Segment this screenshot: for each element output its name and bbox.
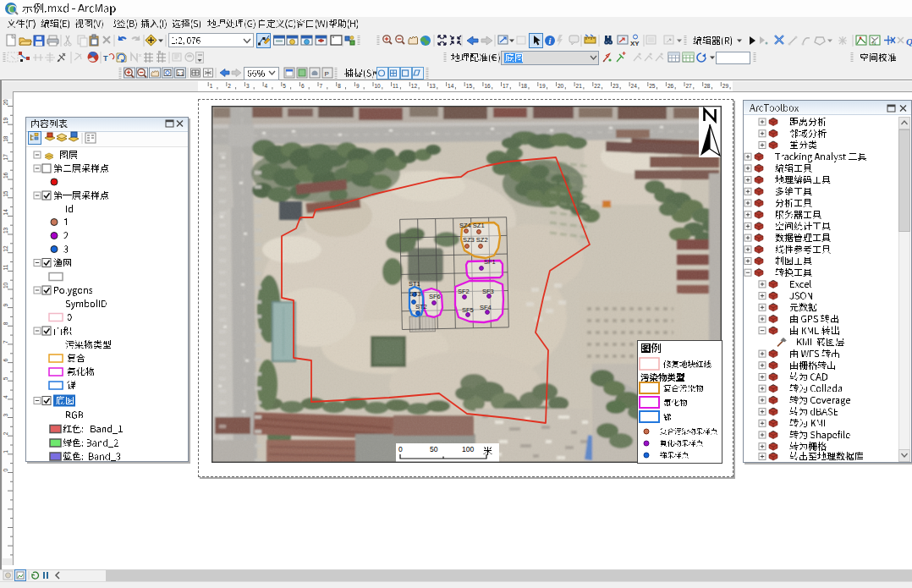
svg-text:15: 15 — [466, 83, 473, 89]
svg-text:17: 17 — [503, 83, 509, 89]
svg-text:19: 19 — [539, 83, 546, 89]
svg-text:23: 23 — [613, 83, 619, 89]
svg-text:6: 6 — [301, 83, 305, 89]
svg-text:26: 26 — [668, 83, 674, 89]
svg-text:N: N — [872, 41, 876, 46]
svg-text:12: 12 — [3, 245, 8, 252]
svg-text:Q: Q — [906, 36, 912, 47]
svg-text:15: 15 — [3, 190, 8, 197]
svg-text:5: 5 — [283, 83, 286, 89]
svg-text:22: 22 — [594, 83, 601, 89]
svg-text:3: 3 — [3, 414, 8, 417]
svg-text:7: 7 — [320, 83, 323, 89]
svg-text:2: 2 — [228, 83, 231, 89]
svg-text:8: 8 — [338, 83, 341, 89]
svg-text:9: 9 — [3, 304, 8, 307]
svg-text:T: T — [103, 54, 108, 63]
svg-text:4: 4 — [3, 395, 8, 398]
svg-text:14: 14 — [448, 83, 454, 89]
svg-text:19: 19 — [3, 118, 8, 124]
svg-text:14: 14 — [3, 209, 8, 216]
svg-text:21: 21 — [576, 83, 583, 89]
svg-text:16: 16 — [3, 172, 8, 179]
svg-text:18: 18 — [521, 83, 528, 89]
svg-text:17: 17 — [3, 154, 8, 161]
svg-text:P: P — [325, 70, 329, 78]
svg-text:2: 2 — [3, 431, 8, 435]
svg-text:29: 29 — [722, 83, 729, 89]
svg-text:6: 6 — [3, 359, 8, 362]
svg-text:27: 27 — [686, 83, 693, 89]
svg-text:24: 24 — [631, 83, 638, 89]
svg-text:5: 5 — [3, 376, 8, 380]
svg-text:1: 1 — [3, 450, 8, 453]
svg-text:4: 4 — [265, 83, 268, 89]
svg-text:10: 10 — [375, 83, 382, 89]
svg-text:28: 28 — [704, 83, 711, 89]
svg-text:7: 7 — [3, 340, 8, 343]
svg-text:1: 1 — [210, 83, 213, 89]
svg-text:13: 13 — [3, 227, 8, 234]
svg-text:11: 11 — [393, 83, 398, 89]
svg-text:20: 20 — [558, 83, 564, 89]
svg-text:10: 10 — [3, 282, 8, 289]
svg-text:XY: XY — [630, 40, 640, 47]
svg-text:25: 25 — [649, 83, 656, 89]
svg-text:16: 16 — [484, 83, 491, 89]
svg-text:i: i — [549, 36, 552, 46]
svg-text:20: 20 — [3, 99, 8, 106]
svg-text:3: 3 — [246, 83, 250, 89]
svg-text:0: 0 — [3, 469, 8, 472]
svg-text:12: 12 — [411, 83, 418, 89]
svg-text:8: 8 — [3, 321, 8, 325]
svg-text:11: 11 — [3, 264, 8, 270]
svg-text:1:1: 1:1 — [178, 71, 184, 76]
svg-text:9: 9 — [356, 83, 360, 89]
svg-text:18: 18 — [3, 135, 8, 142]
svg-text:13: 13 — [429, 83, 436, 89]
